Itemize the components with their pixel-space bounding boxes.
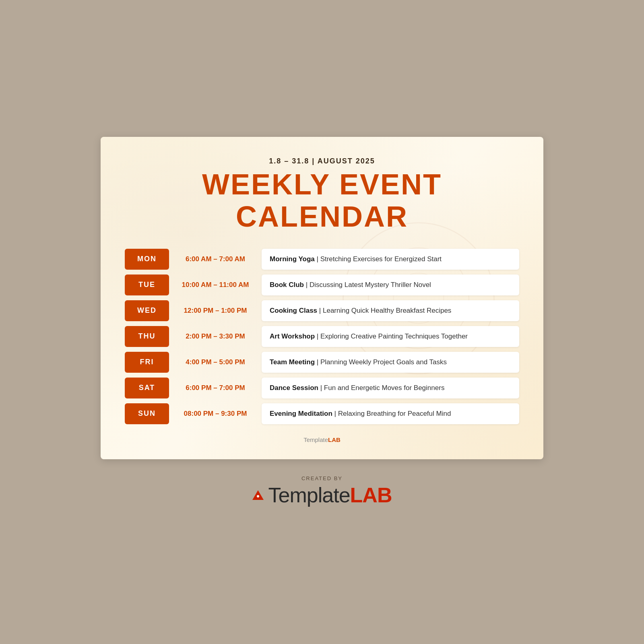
time-block: 6:00 PM – 7:00 PM	[177, 384, 254, 392]
card-footer: TemplateLAB	[125, 436, 519, 443]
event-title: Art Workshop	[270, 332, 315, 340]
event-description: Discussing Latest Mystery Thriller Novel	[310, 281, 431, 289]
event-row: MON6:00 AM – 7:00 AMMorning Yoga | Stret…	[125, 249, 519, 270]
event-description: Learning Quick Healthy Breakfast Recipes	[323, 307, 451, 314]
event-description: Relaxing Breathing for Peaceful Mind	[338, 410, 451, 417]
event-row: SAT6:00 PM – 7:00 PMDance Session | Fun …	[125, 378, 519, 398]
event-card: Dance Session | Fun and Energetic Moves …	[262, 378, 519, 398]
event-title: Morning Yoga	[270, 255, 315, 263]
day-badge: WED	[125, 300, 169, 321]
event-row: THU2:00 PM – 3:30 PMArt Workshop | Explo…	[125, 326, 519, 347]
event-row: WED12:00 PM – 1:00 PMCooking Class | Lea…	[125, 300, 519, 321]
event-row: TUE10:00 AM – 11:00 AMBook Club | Discus…	[125, 275, 519, 295]
time-block: 08:00 PM – 9:30 PM	[177, 410, 254, 418]
outer-wrapper: 1.8 – 31.8 | AUGUST 2025 WEEKLY EVENT CA…	[101, 137, 543, 507]
day-badge: MON	[125, 249, 169, 270]
bottom-branding: CREATED BY TemplateLAB	[252, 475, 392, 507]
day-badge: SUN	[125, 403, 169, 424]
events-list: MON6:00 AM – 7:00 AMMorning Yoga | Stret…	[125, 249, 519, 424]
brand-logo-row: TemplateLAB	[252, 483, 392, 507]
time-block: 6:00 AM – 7:00 AM	[177, 255, 254, 263]
event-description: Stretching Exercises for Energized Start	[320, 255, 442, 263]
event-separator: |	[315, 255, 320, 263]
event-description: Planning Weekly Project Goals and Tasks	[320, 358, 447, 366]
event-card: Team Meeting | Planning Weekly Project G…	[262, 352, 519, 373]
event-card: Evening Meditation | Relaxing Breathing …	[262, 403, 519, 424]
event-separator: |	[317, 307, 323, 314]
event-card: Book Club | Discussing Latest Mystery Th…	[262, 275, 519, 295]
day-badge: THU	[125, 326, 169, 347]
event-separator: |	[304, 281, 310, 289]
event-title: Evening Meditation	[270, 410, 332, 417]
day-badge: SAT	[125, 378, 169, 398]
event-description: Fun and Energetic Moves for Beginners	[324, 384, 445, 392]
event-card: Art Workshop | Exploring Creative Painti…	[262, 326, 519, 347]
date-range: 1.8 – 31.8 | AUGUST 2025	[125, 157, 519, 165]
brand-name: TemplateLAB	[268, 483, 392, 507]
event-title: Dance Session	[270, 384, 318, 392]
day-badge: TUE	[125, 275, 169, 295]
brand-template-part: Template	[268, 483, 350, 507]
time-block: 12:00 PM – 1:00 PM	[177, 307, 254, 315]
time-block: 10:00 AM – 11:00 AM	[177, 281, 254, 289]
footer-brand: TemplateLAB	[125, 436, 519, 443]
triangle-icon	[252, 490, 264, 500]
event-title: Team Meeting	[270, 358, 315, 366]
event-description: Exploring Creative Painting Techniques T…	[320, 332, 468, 340]
event-card: Cooking Class | Learning Quick Healthy B…	[262, 300, 519, 321]
footer-lab-text: LAB	[328, 436, 341, 443]
event-separator: |	[315, 332, 320, 340]
event-card: Morning Yoga | Stretching Exercises for …	[262, 249, 519, 270]
footer-template-text: Template	[303, 436, 328, 443]
event-separator: |	[332, 410, 338, 417]
event-row: SUN08:00 PM – 9:30 PMEvening Meditation …	[125, 403, 519, 424]
event-title: Cooking Class	[270, 307, 317, 314]
calendar-header: 1.8 – 31.8 | AUGUST 2025 WEEKLY EVENT CA…	[125, 157, 519, 232]
event-title: Book Club	[270, 281, 304, 289]
time-block: 4:00 PM – 5:00 PM	[177, 358, 254, 366]
calendar-title: WEEKLY EVENT CALENDAR	[125, 169, 519, 232]
time-block: 2:00 PM – 3:30 PM	[177, 332, 254, 341]
event-row: FRI4:00 PM – 5:00 PMTeam Meeting | Plann…	[125, 352, 519, 373]
brand-lab-part: LAB	[350, 483, 392, 507]
day-badge: FRI	[125, 352, 169, 373]
created-by-label: CREATED BY	[252, 475, 392, 481]
calendar-card: 1.8 – 31.8 | AUGUST 2025 WEEKLY EVENT CA…	[101, 137, 543, 459]
event-separator: |	[318, 384, 324, 392]
event-separator: |	[315, 358, 320, 366]
